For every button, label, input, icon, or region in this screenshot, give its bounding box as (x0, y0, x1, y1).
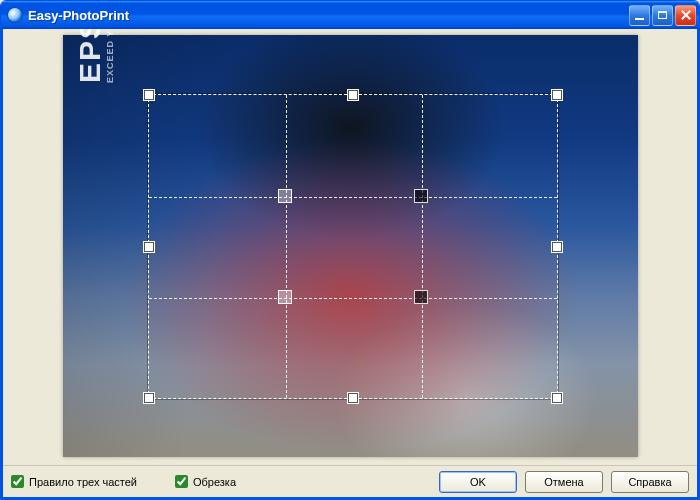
thirds-guide-vertical-2 (422, 95, 423, 398)
thirds-guide-vertical-1 (286, 95, 287, 398)
app-window: Easy-PhotoPrint EPSO EXCEED YOUR VISI (0, 0, 700, 500)
thirds-intersection-nw (278, 189, 292, 203)
maximize-button[interactable] (652, 5, 673, 26)
thirds-intersection-se (414, 290, 428, 304)
crop-checkbox[interactable] (175, 475, 188, 488)
rule-of-thirds-label: Правило трех частей (29, 476, 137, 488)
titlebar[interactable]: Easy-PhotoPrint (1, 1, 699, 29)
crop-label: Обрезка (193, 476, 236, 488)
window-controls (629, 5, 696, 26)
crop-handle-w[interactable] (144, 242, 154, 252)
crop-handle-n[interactable] (348, 90, 358, 100)
thirds-guide-horizontal-1 (149, 197, 557, 198)
minimize-button[interactable] (629, 5, 650, 26)
window-title: Easy-PhotoPrint (28, 8, 629, 23)
thirds-intersection-sw (278, 290, 292, 304)
help-button[interactable]: Справка (611, 471, 689, 493)
image-canvas[interactable]: EPSO EXCEED YOUR VISI (3, 29, 697, 465)
client-area: EPSO EXCEED YOUR VISI (1, 29, 699, 499)
rule-of-thirds-checkbox-wrap[interactable]: Правило трех частей (11, 475, 137, 488)
thirds-intersection-ne (414, 189, 428, 203)
crop-handle-sw[interactable] (144, 393, 154, 403)
crop-handle-nw[interactable] (144, 90, 154, 100)
app-icon (7, 7, 23, 23)
footer-bar: Правило трех частей Обрезка OK Отмена Сп… (3, 465, 697, 497)
ok-button[interactable]: OK (439, 471, 517, 493)
crop-rectangle[interactable] (148, 94, 558, 399)
crop-handle-ne[interactable] (552, 90, 562, 100)
crop-handle-se[interactable] (552, 393, 562, 403)
photo-brand-text: EPSO (73, 29, 107, 83)
rule-of-thirds-checkbox[interactable] (11, 475, 24, 488)
close-button[interactable] (675, 5, 696, 26)
crop-checkbox-wrap[interactable]: Обрезка (175, 475, 236, 488)
crop-handle-e[interactable] (552, 242, 562, 252)
crop-handle-s[interactable] (348, 393, 358, 403)
photo-brand-subtext: EXCEED YOUR VISI (105, 29, 115, 83)
cancel-button[interactable]: Отмена (525, 471, 603, 493)
thirds-guide-horizontal-2 (149, 298, 557, 299)
